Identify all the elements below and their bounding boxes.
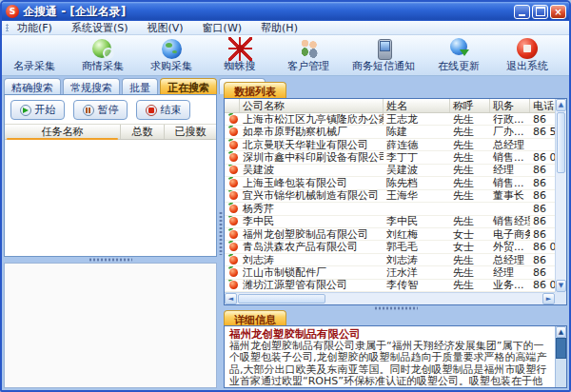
cell-phone: 86 — [530, 190, 555, 202]
column-phone[interactable]: 电话 — [530, 99, 555, 112]
cell-salutation: 先生 — [450, 266, 490, 278]
table-row[interactable]: 深圳市鑫中科印刷设备有限公司李丁丁先生销售...86 0 — [225, 151, 555, 164]
horizontal-scroll-thumb[interactable] — [238, 294, 325, 304]
cell-position: 经理 — [490, 165, 530, 176]
table-row[interactable]: 李中民李中民先生销售经理86 — [225, 216, 555, 228]
toolbar-label-business-collect: 商情采集 — [82, 61, 124, 72]
scroll-right-icon[interactable]: ► — [542, 293, 555, 304]
close-button[interactable]: × — [550, 5, 566, 19]
menu-item-function[interactable]: 功能(F) — [17, 21, 52, 35]
phone-icon — [372, 37, 396, 61]
task-panel: 开始 暂停 结束 任务名称 总数 已搜数 — [4, 94, 217, 257]
toolbar-button-directory-collect[interactable]: 名录采集 — [10, 37, 59, 75]
column-position[interactable]: 职务 — [490, 99, 530, 112]
table-row[interactable]: 福州龙创塑胶制品有限公司刘红梅女士电子商务86 — [225, 228, 555, 241]
record-icon-cell — [225, 254, 240, 265]
cell-company: 北京曼联天华鞋业有限公司 — [240, 139, 384, 150]
task-column-name[interactable]: 任务名称 — [5, 125, 121, 139]
cell-company: 李中民 — [240, 216, 384, 227]
column-salutation[interactable]: 称呼 — [450, 99, 490, 112]
table-row[interactable]: 刘志涛刘志涛先生总经理86 — [225, 254, 555, 266]
tab-batch[interactable]: 批量 — [122, 78, 158, 94]
toolbar-button-spider-search[interactable]: 蜘蛛搜 — [215, 37, 265, 75]
column-name[interactable]: 姓名 — [384, 99, 450, 112]
table-row[interactable]: 上海玉峰包装有限公司陈先档先生销售...86 — [225, 177, 555, 189]
cell-company: 宜兴市锦华机械制造有限公司 — [240, 190, 384, 202]
left-lower-panel — [4, 263, 217, 388]
scroll-down-icon[interactable]: ▼ — [556, 280, 566, 292]
tab-searching[interactable]: 正在搜索 — [160, 78, 217, 94]
menu-item-window[interactable]: 窗口(W) — [203, 21, 242, 35]
title-bar[interactable]: S 企搜通 - [企业名录] × — [2, 2, 569, 21]
detail-scroll-up-icon[interactable]: ▲ — [556, 326, 566, 338]
stop-icon — [146, 105, 157, 116]
cell-salutation: 先生 — [450, 177, 490, 188]
table-row[interactable]: 北京曼联天华鞋业有限公司薛连德先生总经理 — [225, 139, 555, 151]
window-title: 企搜通 - [企业名录] — [23, 4, 510, 20]
toolbar-button-online-update[interactable]: 在线更新 — [434, 37, 483, 75]
table-row[interactable]: 杨秀芹86 — [225, 203, 555, 215]
menu-item-view[interactable]: 视图(V) — [148, 21, 184, 35]
record-icon — [229, 166, 238, 174]
maximize-button[interactable] — [532, 5, 548, 19]
toolbar-button-exit-system[interactable]: 退出系统 — [502, 37, 552, 75]
record-icon — [229, 127, 238, 136]
task-column-searched[interactable]: 已搜数 — [165, 125, 216, 139]
menu-item-help[interactable]: 帮助(H) — [261, 21, 298, 35]
cell-salutation: 女士 — [450, 228, 490, 240]
toolbar-button-customer-mgmt[interactable]: 客户管理 — [284, 37, 333, 75]
table-row[interactable]: 上海市松江区九亭镇隆欣办公家...王志龙先生行政...86 — [225, 113, 555, 126]
cell-position: 业务... — [490, 280, 530, 291]
data-vertical-scrollbar[interactable]: ▲ ▼ — [555, 99, 566, 292]
app-window: S 企搜通 - [企业名录] × 功能(F)系统设置(S)视图(V)窗口(W)帮… — [0, 0, 571, 392]
cell-phone: 86 0 — [530, 241, 555, 252]
record-icon — [229, 153, 238, 162]
tab-normal-search[interactable]: 常规搜索 — [63, 78, 120, 94]
record-icon-cell — [225, 228, 240, 240]
toolbar-label-customer-mgmt: 客户管理 — [287, 61, 329, 72]
column-company[interactable]: 公司名称 — [240, 99, 384, 112]
cell-position: 厂办... — [490, 126, 530, 137]
vertical-splitter[interactable] — [217, 76, 224, 390]
toolbar-button-business-collect[interactable]: 商情采集 — [78, 37, 128, 75]
record-icon-cell — [225, 165, 240, 176]
task-column-total[interactable]: 总数 — [121, 125, 165, 139]
table-row[interactable]: 宜兴市锦华机械制造有限公司王海华先生董事长86 — [225, 190, 555, 203]
cell-salutation: 先生 — [450, 280, 490, 291]
scroll-left-icon[interactable]: ◄ — [225, 293, 237, 304]
pause-button[interactable]: 暂停 — [73, 100, 128, 120]
task-table-body[interactable] — [5, 140, 216, 256]
data-horizontal-scrollbar[interactable]: ◄ ► — [225, 292, 555, 304]
cell-company: 潍坊江源塑管有限公司 — [240, 280, 384, 291]
scroll-up-icon[interactable]: ▲ — [556, 99, 566, 111]
menu-item-system-settings[interactable]: 系统设置(S) — [71, 21, 128, 35]
record-icon — [229, 205, 238, 213]
table-row[interactable]: 吴建波吴建波先生经理86 — [225, 165, 555, 177]
record-icon-column[interactable] — [225, 99, 240, 112]
toolbar-button-sms-notify[interactable]: 商务短信通知 — [352, 37, 415, 75]
table-row[interactable]: 江山市制锁配件厂汪水洋先生经理86 — [225, 266, 555, 279]
minimize-button[interactable] — [514, 5, 530, 19]
start-button[interactable]: 开始 — [10, 100, 65, 120]
cell-phone: 86 — [530, 165, 555, 176]
cell-position: 董事长 — [490, 190, 530, 202]
table-row[interactable]: 青岛洪森农产品有限公司郭毛毛女士外贸...86 0 — [225, 241, 555, 253]
toolbar-label-spider-search: 蜘蛛搜 — [225, 61, 256, 72]
detail-vertical-scrollbar[interactable]: ▲ — [555, 326, 566, 387]
table-row[interactable]: 如皋市原野勘察机械厂陈建先生厂办...86 5 — [225, 126, 555, 138]
stop-button[interactable]: 结束 — [136, 100, 190, 120]
detail-company-title: 福州龙创塑胶制品有限公司 — [229, 328, 551, 341]
cell-name: 刘志涛 — [384, 254, 450, 265]
cell-position: 总经理 — [490, 139, 530, 150]
detail-content: 福州龙创塑胶制品有限公司 福州龙创塑胶制品有限公司隶属于“福州天翔经济发展集团”… — [225, 326, 555, 387]
detail-scroll-thumb[interactable] — [556, 338, 566, 359]
update-icon — [447, 37, 471, 61]
cell-salutation: 先生 — [450, 139, 490, 150]
vertical-scroll-thumb[interactable] — [557, 112, 565, 173]
table-row[interactable]: 潍坊江源塑管有限公司李传智先生业务...86 0 — [225, 280, 555, 292]
data-list-tab[interactable]: 数据列表 — [224, 82, 286, 98]
detail-info-tab[interactable]: 详细信息 — [224, 310, 286, 325]
tab-precise-search[interactable]: 精确搜索 — [4, 78, 61, 94]
toolbar-label-directory-collect: 名录采集 — [13, 61, 55, 72]
toolbar-button-buy-collect[interactable]: 求购采集 — [147, 37, 196, 75]
